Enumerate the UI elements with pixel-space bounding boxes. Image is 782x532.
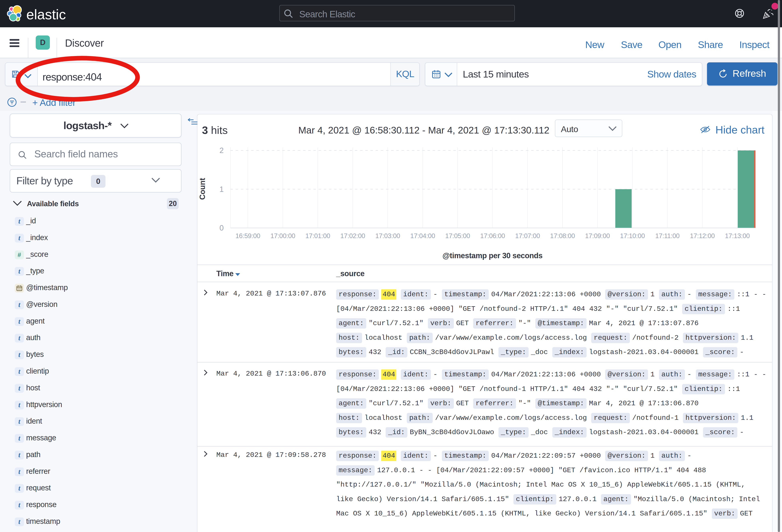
svg-text:17:12:00: 17:12:00 xyxy=(690,232,715,239)
svg-text:17:00:00: 17:00:00 xyxy=(271,232,295,239)
svg-text:1: 1 xyxy=(219,185,224,193)
svg-text:17:01:00: 17:01:00 xyxy=(305,232,330,239)
svg-text:17:02:00: 17:02:00 xyxy=(340,232,365,239)
svg-text:17:04:00: 17:04:00 xyxy=(410,232,435,239)
svg-text:2: 2 xyxy=(219,146,224,155)
svg-text:17:13:00: 17:13:00 xyxy=(725,232,750,239)
svg-text:Count: Count xyxy=(198,178,207,200)
svg-text:@timestamp per 30 seconds: @timestamp per 30 seconds xyxy=(442,252,542,260)
svg-text:0: 0 xyxy=(219,224,224,232)
svg-text:16:59:00: 16:59:00 xyxy=(236,232,260,239)
svg-text:17:09:00: 17:09:00 xyxy=(585,232,610,239)
svg-text:17:07:00: 17:07:00 xyxy=(515,232,540,239)
svg-text:17:06:00: 17:06:00 xyxy=(480,232,505,239)
svg-text:17:03:00: 17:03:00 xyxy=(375,232,400,239)
svg-text:17:10:00: 17:10:00 xyxy=(620,232,645,239)
svg-text:17:08:00: 17:08:00 xyxy=(550,232,575,239)
svg-text:17:11:00: 17:11:00 xyxy=(655,232,679,239)
svg-text:17:05:00: 17:05:00 xyxy=(445,232,470,239)
